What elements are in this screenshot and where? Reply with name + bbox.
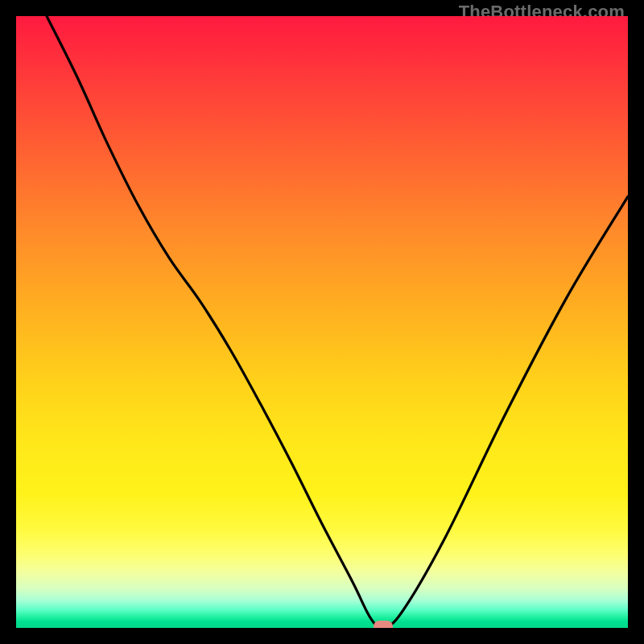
chart-frame: TheBottleneck.com [0, 0, 644, 644]
plot-area [16, 16, 628, 628]
optimal-point-marker [374, 621, 393, 628]
gradient-background [16, 16, 628, 628]
